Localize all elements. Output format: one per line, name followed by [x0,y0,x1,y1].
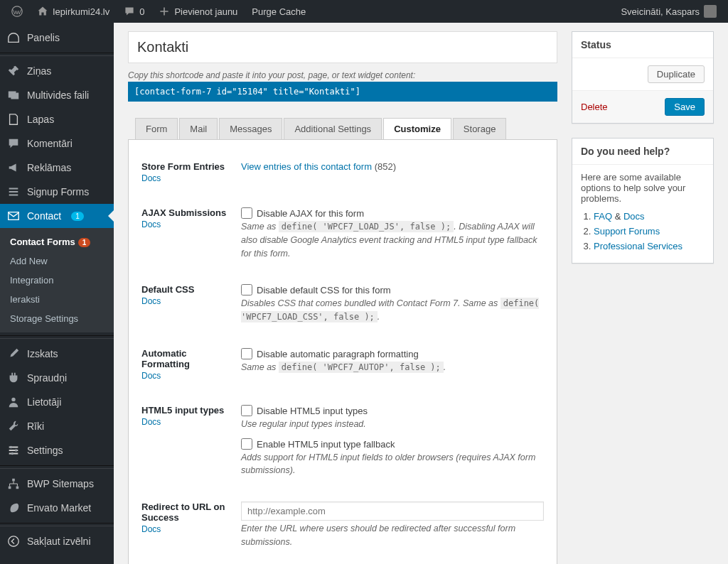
brush-icon [7,347,20,360]
menu-bwp[interactable]: BWP Sitemaps [0,472,114,496]
megaphone-icon [7,161,20,174]
menu-tools[interactable]: Rīki [0,414,114,438]
shortcode-note: Copy this shortcode and paste it into yo… [128,70,557,80]
collapse-icon [7,535,20,548]
help-heading: Do you need help? [572,139,713,165]
avatar [704,5,717,18]
save-button[interactable]: Save [665,98,705,116]
svg-point-8 [9,536,18,546]
list-icon [7,185,20,198]
my-account[interactable]: Sveicināti, Kaspars [615,0,722,23]
svg-rect-6 [9,487,11,489]
label-autop: Automatic Formatting [141,348,190,369]
wp-logo[interactable] [6,0,28,23]
menu-dashboard[interactable]: Panelis [0,26,114,50]
label-ajax: AJAX Submissions [141,207,226,218]
user-icon [7,396,20,408]
label-html5: HTML5 input types [141,405,224,416]
docs-html5[interactable]: Docs [141,417,234,427]
duplicate-button[interactable]: Duplicate [648,65,705,83]
svg-point-3 [15,449,18,452]
tab-storage[interactable]: Storage [453,118,507,140]
entries-count: (852) [375,161,396,172]
leaf-icon [7,501,20,514]
menu-settings[interactable]: Settings [0,438,114,462]
menu-comments[interactable]: Komentāri [0,131,114,156]
submenu-contact-forms[interactable]: Contact Forms1 [0,232,114,251]
contact-count: 1 [71,212,84,221]
check-autop[interactable]: Disable automatic paragraph formatting [241,348,544,359]
svg-rect-7 [16,487,19,489]
shortcode[interactable]: [contact-form-7 id="15104" title="Kontak… [128,82,557,102]
menu-ads[interactable]: Reklāmas [0,156,114,180]
redirect-input[interactable] [241,501,544,521]
submenu-entries[interactable]: Ieraksti [0,290,114,309]
docs-store[interactable]: Docs [141,173,234,183]
menu-plugins[interactable]: Spraudņi [0,366,114,390]
page-icon [7,113,20,126]
sitemap-icon [7,477,20,490]
help-faq[interactable]: FAQ [594,211,612,222]
check-css[interactable]: Disable default CSS for this form [241,284,544,295]
comments-link[interactable]: 0 [118,0,150,23]
svg-point-2 [10,446,13,449]
menu-envato[interactable]: Envato Market [0,496,114,520]
home-icon [37,6,48,17]
purge-cache[interactable]: Purge Cache [246,0,311,23]
plugin-icon [7,372,20,384]
view-entries-link[interactable]: View entries of this contact form [241,161,372,172]
submenu-integration[interactable]: Integration [0,271,114,290]
wrench-icon [7,420,20,433]
check-html5-disable[interactable]: Disable HTML5 input types [241,405,544,416]
tab-form[interactable]: Form [135,118,178,140]
menu-posts[interactable]: Ziņas [0,59,114,83]
sliders-icon [7,444,20,457]
delete-link[interactable]: Delete [581,102,608,112]
site-name[interactable]: Iepirkumi24.lv [31,0,115,23]
help-forums[interactable]: Support Forums [594,226,660,237]
tab-customize[interactable]: Customize [383,118,451,140]
label-css: Default CSS [141,284,194,295]
menu-signup[interactable]: Signup Forms [0,180,114,204]
menu-contact[interactable]: Contact1 [0,204,114,228]
help-docs[interactable]: Docs [623,211,645,222]
svg-point-4 [11,452,14,455]
menu-users[interactable]: Lietotāji [0,390,114,414]
menu-pages[interactable]: Lapas [0,107,114,131]
docs-ajax[interactable]: Docs [141,219,234,229]
comment-icon [7,137,20,150]
mail-icon [7,210,20,222]
help-intro: Here are some available options to help … [581,172,705,204]
media-icon [7,89,20,102]
docs-redirect[interactable]: Docs [141,524,234,534]
svg-rect-5 [12,479,15,482]
add-new[interactable]: Pievienot jaunu [153,0,243,23]
check-ajax[interactable]: Disable AJAX for this form [241,207,544,219]
menu-media[interactable]: Multivides faili [0,83,114,107]
menu-appearance[interactable]: Izskats [0,342,114,366]
tab-additional[interactable]: Additional Settings [284,118,382,140]
pin-icon [7,65,20,77]
dashboard-icon [7,31,20,44]
plus-icon [159,6,170,17]
comment-icon [124,6,135,17]
docs-css[interactable]: Docs [141,296,234,306]
label-redirect: Redirect to URL on Success [141,501,225,523]
svg-point-1 [11,398,15,401]
check-html5-fallback[interactable]: Enable HTML5 input type fallback [241,438,544,450]
page-title[interactable]: Kontakti [128,31,557,63]
status-heading: Status [572,32,713,58]
tab-messages[interactable]: Messages [219,118,282,140]
docs-autop[interactable]: Docs [141,371,234,381]
tab-mail[interactable]: Mail [179,118,218,140]
submenu-add-new[interactable]: Add New [0,251,114,271]
forms-count: 1 [78,238,91,247]
menu-collapse[interactable]: Sakļaut izvēlni [0,529,114,553]
submenu-storage[interactable]: Storage Settings [0,309,114,328]
help-services[interactable]: Professional Services [594,241,682,251]
label-store: Store Form Entries [141,161,225,172]
